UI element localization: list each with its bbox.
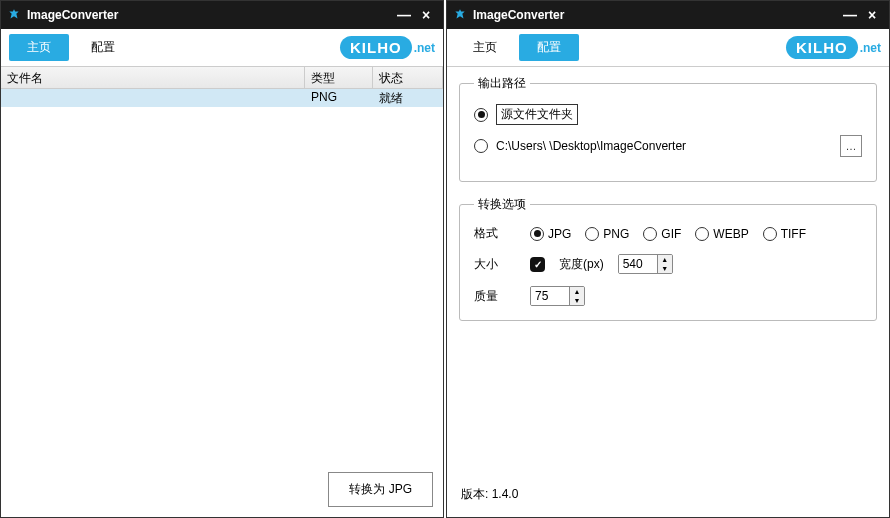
cell-filename bbox=[1, 89, 305, 107]
window-title: ImageConverter bbox=[473, 8, 839, 22]
logo-suffix: .net bbox=[860, 41, 881, 55]
label-source-folder: 源文件文件夹 bbox=[496, 104, 578, 125]
format-option-jpg[interactable]: JPG bbox=[530, 227, 571, 241]
table-row[interactable]: PNG 就绪 bbox=[1, 89, 443, 107]
legend-conversion: 转换选项 bbox=[474, 196, 530, 213]
row-format: 格式 JPG PNG GIF bbox=[474, 225, 862, 242]
width-spin-down-icon[interactable]: ▼ bbox=[658, 264, 672, 273]
quality-input[interactable] bbox=[531, 287, 569, 305]
column-type[interactable]: 类型 bbox=[305, 67, 373, 88]
format-option-webp[interactable]: WEBP bbox=[695, 227, 748, 241]
path-option-source[interactable]: 源文件文件夹 bbox=[474, 104, 862, 125]
label-quality: 质量 bbox=[474, 288, 516, 305]
window-config: ImageConverter — × 主页 配置 KILHO .net 输出路径… bbox=[446, 0, 890, 518]
logo: KILHO .net bbox=[786, 34, 881, 62]
path-option-custom[interactable]: C:\Users\ \Desktop\ImageConverter … bbox=[474, 135, 862, 157]
format-label-gif: GIF bbox=[661, 227, 681, 241]
format-option-tiff[interactable]: TIFF bbox=[763, 227, 806, 241]
quality-spinner: ▲ ▼ bbox=[530, 286, 585, 306]
row-quality: 质量 ▲ ▼ bbox=[474, 286, 862, 306]
tab-config[interactable]: 配置 bbox=[73, 34, 133, 61]
width-input[interactable] bbox=[619, 255, 657, 273]
logo: KILHO .net bbox=[340, 34, 435, 62]
logo-brand: KILHO bbox=[340, 36, 412, 59]
checkbox-width[interactable] bbox=[530, 257, 545, 272]
label-width-px: 宽度(px) bbox=[559, 256, 604, 273]
label-custom-path: C:\Users\ \Desktop\ImageConverter bbox=[496, 139, 832, 153]
tab-main[interactable]: 主页 bbox=[455, 34, 515, 61]
format-option-png[interactable]: PNG bbox=[585, 227, 629, 241]
logo-brand: KILHO bbox=[786, 36, 858, 59]
titlebar: ImageConverter — × bbox=[1, 1, 443, 29]
toolbar: 主页 配置 KILHO .net bbox=[1, 29, 443, 67]
cell-type: PNG bbox=[305, 89, 373, 107]
titlebar: ImageConverter — × bbox=[447, 1, 889, 29]
format-label-tiff: TIFF bbox=[781, 227, 806, 241]
window-title: ImageConverter bbox=[27, 8, 393, 22]
label-format: 格式 bbox=[474, 225, 516, 242]
close-button[interactable]: × bbox=[415, 4, 437, 26]
config-panel: 输出路径 源文件文件夹 C:\Users\ \Desktop\ImageConv… bbox=[447, 67, 889, 476]
close-button[interactable]: × bbox=[861, 4, 883, 26]
radio-source-folder[interactable] bbox=[474, 108, 488, 122]
radio-gif[interactable] bbox=[643, 227, 657, 241]
convert-button[interactable]: 转换为 JPG bbox=[328, 472, 433, 507]
toolbar: 主页 配置 KILHO .net bbox=[447, 29, 889, 67]
width-spinner: ▲ ▼ bbox=[618, 254, 673, 274]
cell-status: 就绪 bbox=[373, 89, 443, 107]
table-header: 文件名 类型 状态 bbox=[1, 67, 443, 89]
group-output-path: 输出路径 源文件文件夹 C:\Users\ \Desktop\ImageConv… bbox=[459, 75, 877, 182]
window-main: ImageConverter — × 主页 配置 KILHO .net 文件名 … bbox=[0, 0, 444, 518]
column-filename[interactable]: 文件名 bbox=[1, 67, 305, 88]
column-status[interactable]: 状态 bbox=[373, 67, 443, 88]
table-body: PNG 就绪 bbox=[1, 89, 443, 461]
radio-png[interactable] bbox=[585, 227, 599, 241]
format-label-jpg: JPG bbox=[548, 227, 571, 241]
width-spin-up-icon[interactable]: ▲ bbox=[658, 255, 672, 264]
browse-button[interactable]: … bbox=[840, 135, 862, 157]
radio-webp[interactable] bbox=[695, 227, 709, 241]
minimize-button[interactable]: — bbox=[393, 4, 415, 26]
app-icon bbox=[453, 8, 467, 22]
format-radio-group: JPG PNG GIF WEBP bbox=[530, 227, 806, 241]
footer-version: 版本: 1.4.0 bbox=[447, 476, 889, 517]
logo-suffix: .net bbox=[414, 41, 435, 55]
radio-tiff[interactable] bbox=[763, 227, 777, 241]
label-size: 大小 bbox=[474, 256, 516, 273]
row-size: 大小 宽度(px) ▲ ▼ bbox=[474, 254, 862, 274]
tab-main[interactable]: 主页 bbox=[9, 34, 69, 61]
app-icon bbox=[7, 8, 21, 22]
quality-spin-up-icon[interactable]: ▲ bbox=[570, 287, 584, 296]
format-label-png: PNG bbox=[603, 227, 629, 241]
minimize-button[interactable]: — bbox=[839, 4, 861, 26]
radio-jpg[interactable] bbox=[530, 227, 544, 241]
tab-config[interactable]: 配置 bbox=[519, 34, 579, 61]
footer: 转换为 JPG bbox=[1, 461, 443, 517]
quality-spin-down-icon[interactable]: ▼ bbox=[570, 296, 584, 305]
format-option-gif[interactable]: GIF bbox=[643, 227, 681, 241]
group-conversion-options: 转换选项 格式 JPG PNG GIF bbox=[459, 196, 877, 321]
format-label-webp: WEBP bbox=[713, 227, 748, 241]
version-label: 版本: 1.4.0 bbox=[461, 487, 518, 501]
radio-custom-path[interactable] bbox=[474, 139, 488, 153]
legend-output-path: 输出路径 bbox=[474, 75, 530, 92]
